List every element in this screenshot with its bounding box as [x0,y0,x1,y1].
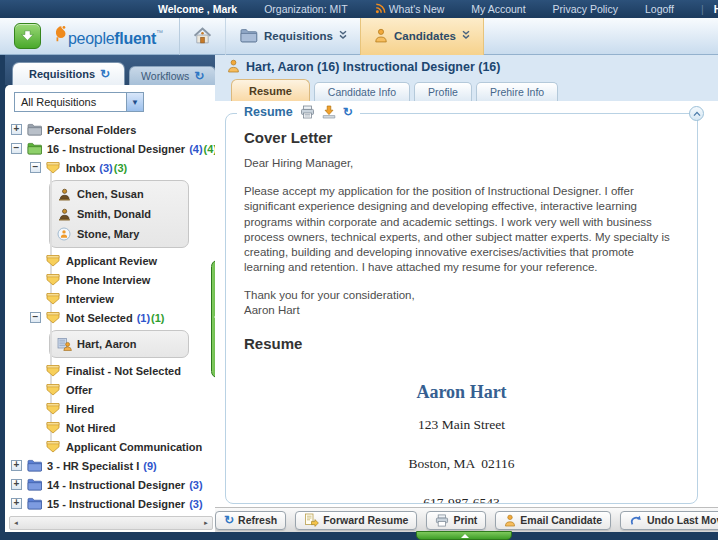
collapse-up-icon [461,534,469,538]
candidate-row[interactable]: Chen, Susan [56,184,182,204]
collapse-toggle-icon[interactable]: − [30,312,41,323]
count-new: (1) [137,312,150,324]
tree-folder-row[interactable]: +17 - Instructional Designer [5,513,215,514]
undo-last-move-button[interactable]: Undo Last Move [620,511,718,530]
tree-item-label: 16 - Instructional Designer [47,143,185,155]
refresh-button[interactable]: ↻Refresh [215,511,286,530]
nav-candidates[interactable]: Candidates [360,18,484,55]
tree-folder-row[interactable]: Finalist - Not Selected [5,361,215,380]
expand-toggle-icon[interactable]: + [11,498,22,509]
tree-folder-row[interactable]: Applicant Communication [5,437,215,456]
tree-item-label: 14 - Instructional Designer [47,479,185,491]
folder-yellow-icon [45,364,61,377]
folder-green-icon [26,142,42,155]
button-label: Refresh [238,514,277,526]
tree-item-label: Stone, Mary [77,228,139,240]
collapse-toggle-icon[interactable]: − [30,162,41,173]
candidate-row[interactable]: Hart, Aaron [56,334,182,354]
nav-requisitions-label: Requisitions [264,30,333,42]
my-account-link[interactable]: My Account [471,3,525,15]
logoff-link[interactable]: Logoff [645,3,674,15]
dropdown-arrow-icon[interactable]: ▼ [126,93,143,111]
logo-nav-bar: people fluent ™ Requisitions Candidates [0,18,718,55]
tree-folder-row[interactable]: +14 - Instructional Designer(3) [5,475,215,494]
action-toolbar: ↻RefreshForward ResumePrintEmail Candida… [215,507,718,532]
refresh-icon[interactable]: ↻ [194,71,204,81]
welcome-text: Welcome , Mark [158,3,237,15]
tree-folder-row[interactable]: +15 - Instructional Designer(3) [5,494,215,513]
expand-toggle-icon[interactable]: + [11,124,22,135]
download-resume-icon[interactable] [322,105,336,119]
tree-folder-row[interactable]: −16 - Instructional Designer(4)(4) [5,139,215,158]
folder-nav-icon [239,28,258,45]
tree-folder-row[interactable]: +3 - HR Specialist I(9) [5,456,215,475]
tab-candidate-info[interactable]: Candidate Info [314,82,410,101]
printer-icon[interactable] [300,105,315,119]
scroll-right-icon[interactable]: ► [203,520,209,526]
count-new: (9) [143,460,156,472]
person-circle-icon [56,227,72,241]
tree-folder-row[interactable]: Interview [5,289,215,308]
person-gold-icon [504,514,516,527]
sidebar: Requisitions ↻ Workflows ↻ All Requisiti… [5,55,215,532]
peoplefluent-logo: people fluent ™ [55,24,163,48]
resume-panel: Resume ↻ Cover Letter Dear Hiring Manage… [215,101,718,507]
quick-launch-button[interactable] [14,23,41,49]
expand-toggle-icon[interactable]: + [11,460,22,471]
tab-resume[interactable]: Resume [231,79,310,101]
tree-folder-row[interactable]: Offer [5,380,215,399]
folder-blue-icon [26,459,42,472]
privacy-policy-link[interactable]: Privacy Policy [553,3,618,15]
cover-letter-heading: Cover Letter [244,129,679,146]
help-link[interactable]: Help [714,3,718,15]
tree-folder-row[interactable]: +Personal Folders [5,120,215,139]
tab-requisitions[interactable]: Requisitions ↻ [12,62,125,85]
nav-requisitions[interactable]: Requisitions [225,18,360,55]
email-candidate-button[interactable]: Email Candidate [495,511,611,530]
tab-workflows[interactable]: Workflows ↻ [129,66,216,85]
bottom-collapse-handle[interactable] [416,531,512,540]
tree-item-label: Not Selected [66,312,133,324]
tree-folder-row[interactable]: Not Hired [5,418,215,437]
candidate-row[interactable]: Smith, Donald [56,204,182,224]
candidate-group-box: Hart, Aaron [49,330,189,358]
tree-folder-row[interactable]: −Not Selected(1)(1) [5,308,215,327]
tree-folder-row[interactable]: Hired [5,399,215,418]
tree-folder-row[interactable]: Phone Interview [5,270,215,289]
tab-profile[interactable]: Profile [414,82,472,101]
expand-toggle-icon[interactable]: + [11,479,22,490]
print-button[interactable]: Print [426,511,486,530]
chevron-double-down-icon [339,30,347,42]
count-new: (3) [189,498,202,510]
resume-section-label: Resume [244,105,293,119]
button-label: Email Candidate [520,514,602,526]
refresh-icon[interactable]: ↻ [100,69,110,79]
scroll-left-icon[interactable]: ◄ [13,520,19,526]
tree-folder-row[interactable]: Applicant Review [5,251,215,270]
tab-prehire-info[interactable]: Prehire Info [476,82,558,101]
resume-document: Cover Letter Dear Hiring Manager, Please… [226,114,697,503]
home-icon [193,27,212,46]
main-panel: Hart, Aaron (16) Instructional Designer … [215,55,718,532]
resume-name: Aaron Hart [244,382,679,403]
home-button[interactable] [179,18,225,55]
sidebar-tab-strip: Requisitions ↻ Workflows ↻ [5,55,215,85]
folder-yellow-icon [45,421,61,434]
undo-icon [629,514,643,527]
arrow-down-icon [20,28,35,45]
refresh-resume-icon[interactable]: ↻ [343,107,353,117]
count-active: (1) [151,312,164,324]
tree-item-label: Phone Interview [66,274,150,286]
folder-yellow-icon [45,292,61,305]
sidebar-horizontal-scrollbar[interactable]: ◄ ► [9,516,213,530]
tree-folder-row[interactable]: −Inbox(3)(3) [5,158,215,177]
whats-new-link[interactable]: What's New [375,3,445,16]
forward-resume-button[interactable]: Forward Resume [295,511,417,530]
candidate-row[interactable]: Stone, Mary [56,224,182,244]
folder-blue-icon [26,478,42,491]
collapse-toggle-icon[interactable]: − [11,143,22,154]
candidate-icon [227,59,240,75]
requisition-filter-select[interactable]: All Requisitions ▼ [14,92,144,112]
requisition-filter-value: All Requisitions [15,93,126,111]
collapse-section-icon[interactable] [689,106,704,121]
